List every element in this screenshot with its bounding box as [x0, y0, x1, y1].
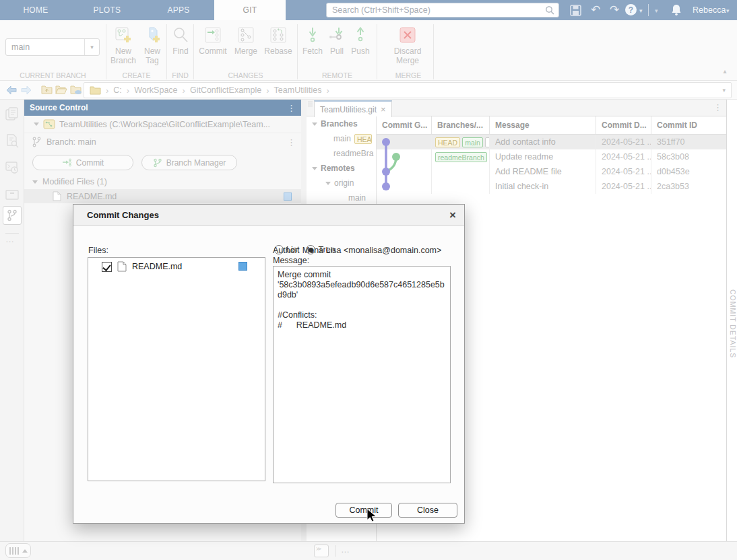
new-tag-button[interactable]: New Tag: [140, 26, 164, 65]
commit-ribbon-button[interactable]: Commit: [197, 26, 228, 56]
file-checkbox[interactable]: [102, 262, 112, 272]
panel-menu-icon[interactable]: ⋮: [287, 103, 296, 113]
tree-origin-main[interactable]: main: [307, 190, 376, 205]
breadcrumb-workspace[interactable]: WorkSpace: [134, 85, 177, 95]
dialog-commit-button[interactable]: Commit: [335, 503, 392, 518]
user-menu[interactable]: Rebecca: [693, 0, 726, 20]
bottom-divider: [335, 545, 335, 557]
modified-file-row[interactable]: README.md: [24, 189, 301, 203]
branch-manager-button[interactable]: Branch Manager: [141, 155, 237, 170]
col-commit-id[interactable]: Commit ID: [651, 116, 727, 134]
commit-table-header: Commit G... Branches/... Message Commit …: [377, 116, 726, 135]
commit-message-input[interactable]: Merge commit '58c3b0893a5efeadb90d6e587c…: [273, 266, 451, 483]
global-search[interactable]: [326, 3, 559, 18]
command-window-icon[interactable]: ≫: [314, 545, 329, 557]
dialog-file-row[interactable]: README.md: [88, 258, 265, 274]
mini-dropdown-icon[interactable]: ▾: [655, 7, 658, 14]
branch-menu-icon[interactable]: ⋮: [287, 137, 296, 147]
new-branch-icon: [114, 26, 133, 44]
fetch-button[interactable]: Fetch: [300, 26, 325, 56]
save-icon[interactable]: [570, 5, 581, 16]
up-folder-icon[interactable]: [39, 85, 54, 95]
breadcrumb-caret-icon[interactable]: ▾: [722, 87, 726, 94]
git-repo-tab[interactable]: TeamUtilities.git ×: [314, 100, 392, 117]
source-control-panel-icon[interactable]: [3, 206, 22, 225]
tree-branch-readme[interactable]: readmeBra: [307, 146, 376, 161]
col-branches-tags[interactable]: Branches/...: [432, 116, 490, 134]
commit-row[interactable]: readmeBranch Update readme 2024-05-21 ..…: [377, 149, 726, 164]
combo-caret-icon[interactable]: ▾: [84, 39, 99, 55]
panel-toggle-button[interactable]: [5, 543, 31, 558]
modified-files-label: Modified Files (1): [42, 177, 107, 186]
collapse-triangle-icon[interactable]: [312, 123, 317, 126]
tree-remotes[interactable]: Remotes: [307, 161, 376, 176]
breadcrumb[interactable]: › C: › WorkSpace › GitConflictExample › …: [84, 82, 732, 98]
undo-icon[interactable]: ↶: [589, 0, 602, 20]
back-icon[interactable]: [4, 85, 19, 95]
tab-bar-menu-icon[interactable]: ⋮: [713, 102, 722, 112]
commit-row[interactable]: Add README file 2024-05-21 ... d0b453e: [377, 164, 726, 179]
redo-icon[interactable]: ↷: [608, 0, 621, 20]
find-button[interactable]: Find: [168, 26, 193, 56]
bottom-more-icon[interactable]: …: [341, 545, 350, 555]
breadcrumb-teamutilities[interactable]: TeamUtilities: [274, 85, 322, 95]
tab-home[interactable]: HOME: [0, 0, 71, 20]
file-search-panel-icon[interactable]: [5, 133, 20, 148]
breadcrumb-drive[interactable]: C:: [113, 85, 122, 95]
collapse-triangle-icon[interactable]: [32, 180, 38, 184]
notifications-bell-icon[interactable]: [671, 4, 682, 16]
forward-icon[interactable]: [19, 85, 34, 95]
help-caret-icon[interactable]: ▾: [639, 7, 643, 14]
collapse-ribbon-icon[interactable]: ▴: [718, 67, 732, 77]
collapse-triangle-icon[interactable]: [34, 123, 39, 126]
push-icon: [351, 26, 370, 44]
dialog-title-bar[interactable]: Commit Changes ×: [73, 205, 464, 226]
dialog-close-icon[interactable]: ×: [449, 209, 456, 221]
merge-ribbon-button[interactable]: Merge: [232, 26, 260, 56]
tab-close-icon[interactable]: ×: [381, 104, 386, 114]
commit-id: 2ca3b53: [651, 179, 727, 194]
tab-plots[interactable]: PLOTS: [71, 0, 143, 20]
pull-icon: [327, 26, 346, 44]
cloud-folder-icon[interactable]: [69, 85, 84, 95]
branch-icon: [32, 137, 42, 147]
command-history-panel-icon[interactable]: [5, 160, 20, 175]
current-branch-combo[interactable]: main ▾: [5, 38, 100, 56]
rail-more-icon[interactable]: …: [5, 234, 15, 244]
tab-git[interactable]: GIT: [214, 0, 286, 20]
modified-files-row[interactable]: Modified Files (1): [24, 174, 301, 189]
col-commit-graph[interactable]: Commit G...: [377, 116, 432, 134]
chevron-icon: ›: [266, 85, 269, 96]
dialog-close-button[interactable]: Close: [398, 503, 457, 518]
tab-apps[interactable]: APPS: [143, 0, 214, 20]
breadcrumb-gitconflictexample[interactable]: GitConflictExample: [190, 85, 261, 95]
drag-grip-icon[interactable]: [308, 102, 313, 106]
workspace-panel-icon[interactable]: [5, 187, 20, 202]
new-branch-button[interactable]: New Branch: [108, 26, 139, 65]
open-folder-icon[interactable]: [54, 85, 69, 95]
col-commit-date[interactable]: Commit D...: [596, 116, 651, 134]
user-caret-icon[interactable]: ▾: [726, 7, 730, 14]
rebase-ribbon-button[interactable]: Rebase: [263, 26, 293, 56]
commit-row[interactable]: HEAD main Add contact info 2024-05-21 ..…: [377, 135, 726, 149]
commit-panel-button[interactable]: Commit: [32, 155, 133, 170]
repo-row[interactable]: TeamUtilities (C:\WorkSpace\GitConflictE…: [24, 116, 301, 133]
files-panel-icon[interactable]: [5, 106, 20, 121]
col-message[interactable]: Message: [490, 116, 596, 134]
push-button[interactable]: Push: [350, 26, 371, 56]
commit-id: d0b453e: [651, 164, 727, 179]
commit-row[interactable]: Initial check-in 2024-05-21 ... 2ca3b53: [377, 179, 726, 194]
tree-branch-main[interactable]: main HEA: [307, 131, 376, 146]
discard-merge-button[interactable]: Discard Merge: [387, 26, 428, 65]
dialog-files-list[interactable]: README.md: [88, 257, 265, 481]
tree-origin[interactable]: origin: [307, 176, 376, 190]
head-badge: HEAD: [435, 137, 460, 147]
commit-changes-dialog: Commit Changes × Files: List Tree README…: [73, 204, 465, 524]
collapse-triangle-icon[interactable]: [325, 182, 331, 185]
pull-button[interactable]: Pull: [327, 26, 347, 56]
search-input[interactable]: [331, 5, 545, 15]
tree-branches[interactable]: Branches: [307, 116, 376, 131]
collapse-triangle-icon[interactable]: [312, 167, 317, 170]
badges-cell: [432, 179, 490, 194]
help-icon[interactable]: ?: [625, 4, 637, 15]
